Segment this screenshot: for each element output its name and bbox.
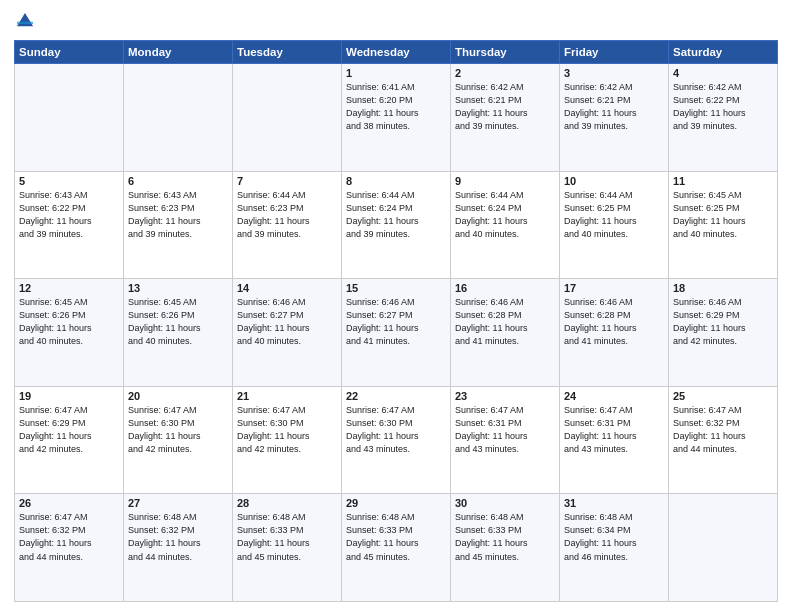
day-number: 1 [346, 67, 446, 79]
day-number: 30 [455, 497, 555, 509]
weekday-header-sunday: Sunday [15, 41, 124, 64]
day-number: 4 [673, 67, 773, 79]
day-info: Sunrise: 6:44 AM Sunset: 6:24 PM Dayligh… [455, 189, 555, 241]
day-number: 22 [346, 390, 446, 402]
day-info: Sunrise: 6:48 AM Sunset: 6:33 PM Dayligh… [346, 511, 446, 563]
calendar-cell [124, 64, 233, 172]
day-info: Sunrise: 6:44 AM Sunset: 6:25 PM Dayligh… [564, 189, 664, 241]
logo-icon [14, 10, 36, 32]
day-number: 9 [455, 175, 555, 187]
calendar-cell: 21Sunrise: 6:47 AM Sunset: 6:30 PM Dayli… [233, 386, 342, 494]
day-info: Sunrise: 6:46 AM Sunset: 6:27 PM Dayligh… [346, 296, 446, 348]
day-info: Sunrise: 6:47 AM Sunset: 6:30 PM Dayligh… [346, 404, 446, 456]
page: SundayMondayTuesdayWednesdayThursdayFrid… [0, 0, 792, 612]
calendar-cell [669, 494, 778, 602]
calendar-week-3: 12Sunrise: 6:45 AM Sunset: 6:26 PM Dayli… [15, 279, 778, 387]
day-number: 19 [19, 390, 119, 402]
day-info: Sunrise: 6:46 AM Sunset: 6:29 PM Dayligh… [673, 296, 773, 348]
day-number: 29 [346, 497, 446, 509]
day-info: Sunrise: 6:43 AM Sunset: 6:23 PM Dayligh… [128, 189, 228, 241]
day-info: Sunrise: 6:45 AM Sunset: 6:26 PM Dayligh… [19, 296, 119, 348]
day-number: 24 [564, 390, 664, 402]
calendar-cell: 5Sunrise: 6:43 AM Sunset: 6:22 PM Daylig… [15, 171, 124, 279]
calendar-cell: 26Sunrise: 6:47 AM Sunset: 6:32 PM Dayli… [15, 494, 124, 602]
calendar-cell: 28Sunrise: 6:48 AM Sunset: 6:33 PM Dayli… [233, 494, 342, 602]
calendar-cell: 20Sunrise: 6:47 AM Sunset: 6:30 PM Dayli… [124, 386, 233, 494]
weekday-header-wednesday: Wednesday [342, 41, 451, 64]
svg-marker-0 [17, 13, 33, 26]
day-number: 18 [673, 282, 773, 294]
day-info: Sunrise: 6:46 AM Sunset: 6:27 PM Dayligh… [237, 296, 337, 348]
day-number: 15 [346, 282, 446, 294]
weekday-header-friday: Friday [560, 41, 669, 64]
calendar-cell: 9Sunrise: 6:44 AM Sunset: 6:24 PM Daylig… [451, 171, 560, 279]
day-number: 25 [673, 390, 773, 402]
day-info: Sunrise: 6:47 AM Sunset: 6:32 PM Dayligh… [19, 511, 119, 563]
calendar-cell: 10Sunrise: 6:44 AM Sunset: 6:25 PM Dayli… [560, 171, 669, 279]
calendar-cell: 2Sunrise: 6:42 AM Sunset: 6:21 PM Daylig… [451, 64, 560, 172]
day-number: 3 [564, 67, 664, 79]
calendar-cell: 19Sunrise: 6:47 AM Sunset: 6:29 PM Dayli… [15, 386, 124, 494]
calendar-cell: 14Sunrise: 6:46 AM Sunset: 6:27 PM Dayli… [233, 279, 342, 387]
header [14, 10, 778, 32]
day-number: 16 [455, 282, 555, 294]
weekday-header-row: SundayMondayTuesdayWednesdayThursdayFrid… [15, 41, 778, 64]
day-info: Sunrise: 6:48 AM Sunset: 6:34 PM Dayligh… [564, 511, 664, 563]
day-number: 27 [128, 497, 228, 509]
day-number: 7 [237, 175, 337, 187]
calendar-cell: 7Sunrise: 6:44 AM Sunset: 6:23 PM Daylig… [233, 171, 342, 279]
day-info: Sunrise: 6:48 AM Sunset: 6:32 PM Dayligh… [128, 511, 228, 563]
calendar-cell: 24Sunrise: 6:47 AM Sunset: 6:31 PM Dayli… [560, 386, 669, 494]
calendar-week-4: 19Sunrise: 6:47 AM Sunset: 6:29 PM Dayli… [15, 386, 778, 494]
calendar-cell: 3Sunrise: 6:42 AM Sunset: 6:21 PM Daylig… [560, 64, 669, 172]
day-info: Sunrise: 6:47 AM Sunset: 6:31 PM Dayligh… [564, 404, 664, 456]
day-info: Sunrise: 6:42 AM Sunset: 6:22 PM Dayligh… [673, 81, 773, 133]
calendar-cell: 18Sunrise: 6:46 AM Sunset: 6:29 PM Dayli… [669, 279, 778, 387]
day-info: Sunrise: 6:47 AM Sunset: 6:30 PM Dayligh… [237, 404, 337, 456]
day-number: 5 [19, 175, 119, 187]
calendar-cell: 8Sunrise: 6:44 AM Sunset: 6:24 PM Daylig… [342, 171, 451, 279]
calendar-cell: 4Sunrise: 6:42 AM Sunset: 6:22 PM Daylig… [669, 64, 778, 172]
day-number: 12 [19, 282, 119, 294]
day-info: Sunrise: 6:47 AM Sunset: 6:29 PM Dayligh… [19, 404, 119, 456]
logo [14, 10, 38, 32]
day-number: 21 [237, 390, 337, 402]
calendar-cell: 16Sunrise: 6:46 AM Sunset: 6:28 PM Dayli… [451, 279, 560, 387]
calendar-cell: 23Sunrise: 6:47 AM Sunset: 6:31 PM Dayli… [451, 386, 560, 494]
weekday-header-thursday: Thursday [451, 41, 560, 64]
calendar-week-5: 26Sunrise: 6:47 AM Sunset: 6:32 PM Dayli… [15, 494, 778, 602]
day-info: Sunrise: 6:46 AM Sunset: 6:28 PM Dayligh… [455, 296, 555, 348]
svg-rect-2 [17, 22, 33, 24]
calendar-cell [15, 64, 124, 172]
day-number: 26 [19, 497, 119, 509]
day-number: 8 [346, 175, 446, 187]
day-number: 6 [128, 175, 228, 187]
calendar-week-1: 1Sunrise: 6:41 AM Sunset: 6:20 PM Daylig… [15, 64, 778, 172]
day-info: Sunrise: 6:42 AM Sunset: 6:21 PM Dayligh… [455, 81, 555, 133]
day-info: Sunrise: 6:41 AM Sunset: 6:20 PM Dayligh… [346, 81, 446, 133]
calendar-body: 1Sunrise: 6:41 AM Sunset: 6:20 PM Daylig… [15, 64, 778, 602]
calendar-cell: 30Sunrise: 6:48 AM Sunset: 6:33 PM Dayli… [451, 494, 560, 602]
calendar-cell: 6Sunrise: 6:43 AM Sunset: 6:23 PM Daylig… [124, 171, 233, 279]
calendar-week-2: 5Sunrise: 6:43 AM Sunset: 6:22 PM Daylig… [15, 171, 778, 279]
calendar-cell: 13Sunrise: 6:45 AM Sunset: 6:26 PM Dayli… [124, 279, 233, 387]
day-info: Sunrise: 6:47 AM Sunset: 6:30 PM Dayligh… [128, 404, 228, 456]
day-number: 31 [564, 497, 664, 509]
calendar-cell: 29Sunrise: 6:48 AM Sunset: 6:33 PM Dayli… [342, 494, 451, 602]
calendar-cell: 22Sunrise: 6:47 AM Sunset: 6:30 PM Dayli… [342, 386, 451, 494]
weekday-header-tuesday: Tuesday [233, 41, 342, 64]
calendar-cell [233, 64, 342, 172]
day-info: Sunrise: 6:48 AM Sunset: 6:33 PM Dayligh… [455, 511, 555, 563]
calendar-cell: 17Sunrise: 6:46 AM Sunset: 6:28 PM Dayli… [560, 279, 669, 387]
weekday-header-monday: Monday [124, 41, 233, 64]
day-info: Sunrise: 6:44 AM Sunset: 6:23 PM Dayligh… [237, 189, 337, 241]
day-number: 17 [564, 282, 664, 294]
calendar-cell: 12Sunrise: 6:45 AM Sunset: 6:26 PM Dayli… [15, 279, 124, 387]
day-number: 11 [673, 175, 773, 187]
weekday-header-saturday: Saturday [669, 41, 778, 64]
day-number: 28 [237, 497, 337, 509]
calendar-cell: 25Sunrise: 6:47 AM Sunset: 6:32 PM Dayli… [669, 386, 778, 494]
day-number: 13 [128, 282, 228, 294]
calendar-table: SundayMondayTuesdayWednesdayThursdayFrid… [14, 40, 778, 602]
day-number: 20 [128, 390, 228, 402]
